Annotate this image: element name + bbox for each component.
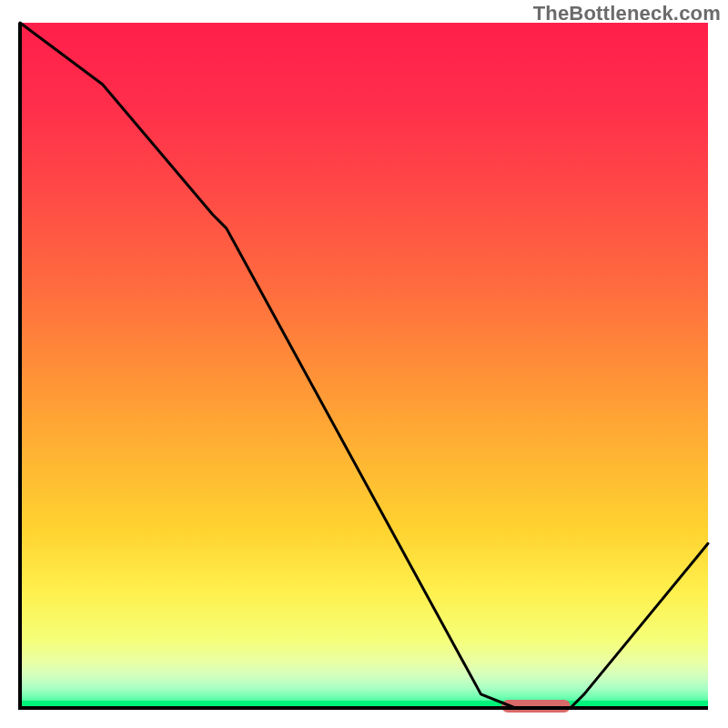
bottleneck-chart	[0, 0, 728, 728]
chart-container: TheBottleneck.com	[0, 0, 728, 728]
gradient-background	[20, 23, 708, 708]
watermark-text: TheBottleneck.com	[533, 2, 721, 25]
